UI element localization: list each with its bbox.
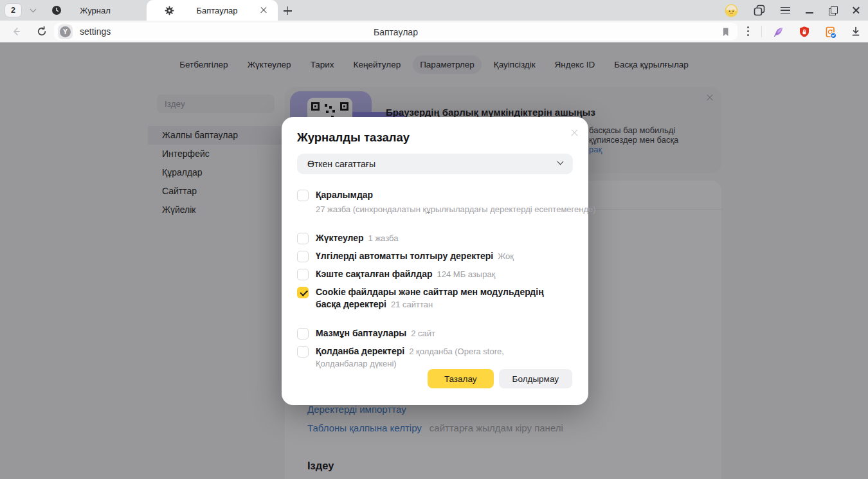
- docs-extension-icon[interactable]: [824, 26, 837, 39]
- clock-icon: [51, 5, 62, 15]
- back-icon[interactable]: [10, 26, 22, 37]
- period-select[interactable]: Өткен сағаттағы: [297, 154, 573, 174]
- dialog-close-icon[interactable]: [570, 129, 579, 137]
- period-select-value: Өткен сағаттағы: [307, 159, 375, 169]
- option-detail: 1 жазба: [368, 233, 399, 243]
- option-detail: 124 МБ азырақ: [437, 269, 496, 279]
- chevron-down-icon: [557, 159, 564, 165]
- option-label: Қолданба деректері: [316, 346, 404, 356]
- dialog-actions: Тазалау Болдырмау: [428, 369, 572, 388]
- page-title: Баптаулар: [54, 27, 737, 37]
- tab-label: Баптаулар: [174, 6, 260, 15]
- dialog-title: Журналды тазалау: [297, 131, 410, 145]
- cancel-button[interactable]: Болдырмау: [499, 369, 572, 388]
- clear-button[interactable]: Тазалау: [428, 369, 494, 388]
- clear-option-row[interactable]: Қаралымдар27 жазба (синхрондалатын құрыл…: [297, 189, 573, 215]
- close-window-button[interactable]: [852, 6, 860, 15]
- feather-extension-icon[interactable]: [772, 26, 784, 39]
- option-detail: 21 сайттан: [391, 300, 433, 309]
- option-checkbox[interactable]: [297, 346, 309, 357]
- clear-option-row[interactable]: Үлгілерді автоматты толтыру деректеріЖоқ: [297, 250, 573, 262]
- option-detail: Жоқ: [498, 251, 514, 261]
- kebab-menu-icon[interactable]: [747, 26, 750, 37]
- clear-history-dialog: Журналды тазалау Өткен сағаттағы Қаралым…: [282, 117, 588, 405]
- clear-option-row[interactable]: Қолданба деректері2 қолданба (Opera stor…: [297, 345, 573, 370]
- tab-label: Журнал: [62, 6, 129, 15]
- option-label: Қаралымдар: [316, 190, 373, 200]
- download-icon[interactable]: [850, 26, 862, 37]
- tab-journal[interactable]: Журнал: [37, 0, 147, 21]
- panels-icon[interactable]: [754, 5, 765, 16]
- tab-close-icon[interactable]: [260, 6, 267, 14]
- clear-option-row[interactable]: Cookie файлдары және сайттар мен модульд…: [297, 286, 573, 311]
- url-field[interactable]: Y settings Баптаулар: [54, 23, 737, 41]
- chevron-down-icon: [30, 6, 36, 13]
- tab-counter-button[interactable]: 2: [5, 3, 22, 17]
- option-checkbox[interactable]: [297, 251, 309, 262]
- clear-option-row[interactable]: Жүктеулер1 жазба: [297, 232, 573, 244]
- clear-options-list: Қаралымдар27 жазба (синхрондалатын құрыл…: [297, 189, 573, 375]
- option-checkbox[interactable]: [297, 328, 309, 339]
- option-checkbox[interactable]: [297, 269, 309, 280]
- toolbar-divider: [761, 26, 762, 37]
- bookmark-icon[interactable]: [720, 26, 731, 37]
- tab-settings[interactable]: Баптаулар: [147, 0, 278, 21]
- shield-extension-icon[interactable]: [798, 26, 811, 39]
- gear-icon: [165, 6, 174, 15]
- menu-icon[interactable]: [781, 7, 790, 14]
- browser-tab-strip: 2 Журнал Баптаулар: [0, 0, 868, 21]
- avatar[interactable]: [725, 4, 738, 17]
- new-tab-button[interactable]: [280, 3, 296, 19]
- option-label: Кэште сақталған файлдар: [316, 269, 433, 279]
- clear-option-row[interactable]: Кэште сақталған файлдар124 МБ азырақ: [297, 268, 573, 280]
- option-checkbox[interactable]: [297, 233, 309, 244]
- option-detail: 27 жазба (синхрондалатын құрылғылардағы …: [316, 203, 554, 215]
- clear-option-row[interactable]: Мазмұн баптаулары2 сайт: [297, 327, 573, 339]
- minimize-button[interactable]: [806, 6, 813, 14]
- maximize-button[interactable]: [829, 6, 836, 14]
- reload-icon[interactable]: [36, 26, 48, 37]
- option-label: Жүктеулер: [316, 233, 364, 243]
- option-detail: 2 сайт: [411, 329, 435, 338]
- option-label: Үлгілерді автоматты толтыру деректері: [316, 251, 493, 261]
- option-checkbox[interactable]: [297, 190, 309, 201]
- option-label: Мазмұн баптаулары: [316, 328, 406, 338]
- option-checkbox[interactable]: [297, 287, 309, 298]
- address-bar: Y settings Баптаулар: [0, 21, 868, 42]
